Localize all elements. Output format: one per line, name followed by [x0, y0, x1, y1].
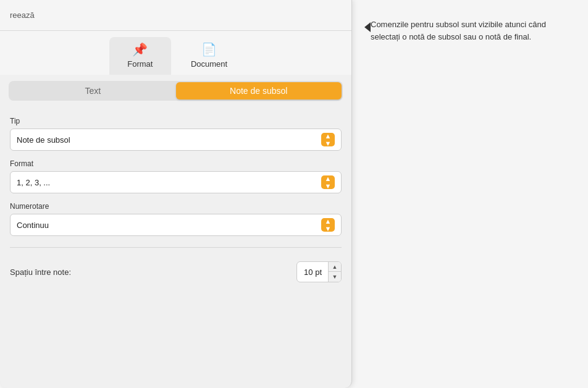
partial-title: reează — [10, 11, 35, 20]
top-bar: reează — [0, 0, 351, 31]
tab-document-label: Document — [191, 59, 227, 69]
tab-format[interactable]: 📌 Format — [109, 37, 171, 75]
tip-arrow-icon: ▲ ▼ — [321, 133, 335, 146]
tip-field-group: Tip Note de subsol ▲ ▼ — [10, 117, 342, 151]
tip-label: Tip — [10, 117, 342, 125]
callout-area: Comenzile pentru subsol sunt vizibile at… — [352, 0, 588, 388]
inspector-panel: reează 📌 Format 📄 Document Text Note de … — [0, 0, 352, 388]
spacing-value: 10 pt — [297, 264, 328, 280]
format-field-group: Format 1, 2, 3, ... ▲ ▼ — [10, 159, 342, 193]
stepper-up-button[interactable]: ▲ — [329, 262, 341, 272]
spacing-label: Spațiu între note: — [10, 268, 71, 277]
tip-select[interactable]: Note de subsol ▲ ▼ — [10, 129, 342, 151]
document-icon: 📄 — [201, 42, 217, 57]
format-value: 1, 2, 3, ... — [17, 178, 50, 187]
callout-box: Comenzile pentru subsol sunt vizibile at… — [364, 19, 550, 43]
tab-format-label: Format — [127, 59, 153, 69]
segment-control: Text Note de subsol — [9, 81, 343, 101]
format-select[interactable]: 1, 2, 3, ... ▲ ▼ — [10, 171, 342, 193]
stepper-buttons: ▲ ▼ — [328, 262, 341, 282]
numerotare-field-group: Numerotare Continuu ▲ ▼ — [10, 202, 342, 236]
segment-note-subsol[interactable]: Note de subsol — [176, 82, 342, 99]
tab-document[interactable]: 📄 Document — [176, 37, 242, 75]
numerotare-select[interactable]: Continuu ▲ ▼ — [10, 214, 342, 236]
tab-bar: 📌 Format 📄 Document — [0, 31, 351, 75]
spacing-stepper[interactable]: 10 pt ▲ ▼ — [296, 261, 342, 282]
stepper-down-button[interactable]: ▼ — [329, 272, 341, 282]
format-icon: 📌 — [132, 42, 148, 57]
callout-arrow-icon — [364, 22, 371, 32]
numerotare-label: Numerotare — [10, 202, 342, 211]
divider — [10, 247, 342, 248]
callout-text: Comenzile pentru subsol sunt vizibile at… — [371, 19, 550, 43]
spacing-row: Spațiu între note: 10 pt ▲ ▼ — [10, 261, 342, 282]
format-arrow-icon: ▲ ▼ — [321, 175, 335, 189]
numerotare-arrow-icon: ▲ ▼ — [321, 218, 335, 232]
format-label: Format — [10, 159, 342, 168]
numerotare-value: Continuu — [17, 221, 49, 230]
segment-text[interactable]: Text — [10, 82, 176, 99]
content-area: Tip Note de subsol ▲ ▼ Format 1, 2, 3, .… — [0, 107, 351, 292]
tip-value: Note de subsol — [17, 135, 70, 145]
